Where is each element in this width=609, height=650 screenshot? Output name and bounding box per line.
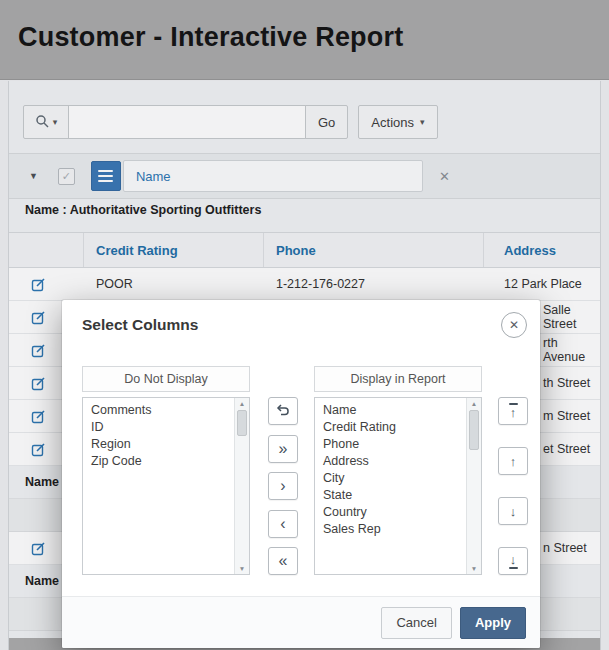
move-to-top-button[interactable]: ↑ bbox=[498, 397, 528, 425]
list-item[interactable]: Address bbox=[315, 453, 461, 470]
move-all-left-button[interactable]: « bbox=[268, 547, 298, 575]
list-item[interactable]: Credit Rating bbox=[315, 419, 461, 436]
list-item[interactable]: Zip Code bbox=[83, 453, 229, 470]
list-item[interactable]: State bbox=[315, 487, 461, 504]
list-item[interactable]: ID bbox=[83, 419, 229, 436]
move-right-icon: › bbox=[280, 478, 285, 494]
move-up-button[interactable]: ↑ bbox=[498, 447, 528, 475]
dialog-footer: Cancel Apply bbox=[62, 596, 540, 648]
move-to-bottom-button[interactable]: ↓ bbox=[498, 547, 528, 575]
close-icon: ✕ bbox=[509, 318, 519, 332]
move-all-right-icon: » bbox=[279, 441, 288, 457]
move-right-button[interactable]: › bbox=[268, 472, 298, 500]
list-item[interactable]: Comments bbox=[83, 402, 229, 419]
scrollbar-thumb[interactable] bbox=[237, 410, 247, 436]
do-not-display-list[interactable]: Comments ID Region Zip Code ▲ ▼ bbox=[82, 397, 250, 575]
list-item[interactable]: City bbox=[315, 470, 461, 487]
do-not-display-listbox: Do Not Display Comments ID Region Zip Co… bbox=[82, 366, 250, 575]
page: Customer - Interactive Report ▾ Go Actio… bbox=[0, 0, 609, 650]
scroll-down-icon[interactable]: ▼ bbox=[467, 565, 481, 572]
reset-icon bbox=[276, 403, 290, 420]
display-in-report-list[interactable]: Name Credit Rating Phone Address City St… bbox=[314, 397, 482, 575]
move-all-right-button[interactable]: » bbox=[268, 435, 298, 463]
down-arrow-icon: ↓ bbox=[510, 505, 517, 518]
list-item[interactable]: Sales Rep bbox=[315, 521, 461, 538]
scrollbar[interactable]: ▲ ▼ bbox=[234, 398, 249, 574]
dialog-close-button[interactable]: ✕ bbox=[501, 312, 527, 338]
list-item[interactable]: Country bbox=[315, 504, 461, 521]
move-to-top-icon: ↑ bbox=[509, 403, 518, 419]
scroll-down-icon[interactable]: ▼ bbox=[235, 565, 249, 572]
move-all-left-icon: « bbox=[279, 553, 288, 569]
scrollbar[interactable]: ▲ ▼ bbox=[466, 398, 481, 574]
dialog-body: Do Not Display Comments ID Region Zip Co… bbox=[62, 350, 540, 596]
up-arrow-icon: ↑ bbox=[510, 455, 517, 468]
do-not-display-label: Do Not Display bbox=[82, 366, 250, 392]
list-item[interactable]: Region bbox=[83, 436, 229, 453]
shuttle-buttons: » › ‹ « bbox=[268, 397, 298, 575]
list-item[interactable]: Phone bbox=[315, 436, 461, 453]
display-in-report-label: Display in Report bbox=[314, 366, 482, 392]
scrollbar-thumb[interactable] bbox=[469, 410, 479, 450]
scroll-up-icon[interactable]: ▲ bbox=[467, 400, 481, 407]
apply-button[interactable]: Apply bbox=[460, 607, 526, 639]
move-left-button[interactable]: ‹ bbox=[268, 510, 298, 538]
display-in-report-listbox: Display in Report Name Credit Rating Pho… bbox=[314, 366, 482, 575]
list-item[interactable]: Name bbox=[315, 402, 461, 419]
move-to-bottom-icon: ↓ bbox=[509, 553, 518, 569]
select-columns-dialog: Select Columns ✕ Do Not Display Comments… bbox=[62, 300, 540, 648]
move-down-button[interactable]: ↓ bbox=[498, 497, 528, 525]
dialog-header: Select Columns ✕ bbox=[62, 300, 540, 350]
dialog-title: Select Columns bbox=[82, 300, 198, 350]
reset-button[interactable] bbox=[268, 397, 298, 425]
move-left-icon: ‹ bbox=[280, 516, 285, 532]
cancel-button[interactable]: Cancel bbox=[381, 607, 451, 639]
scroll-up-icon[interactable]: ▲ bbox=[235, 400, 249, 407]
order-buttons: ↑ ↑ ↓ ↓ bbox=[498, 397, 528, 575]
